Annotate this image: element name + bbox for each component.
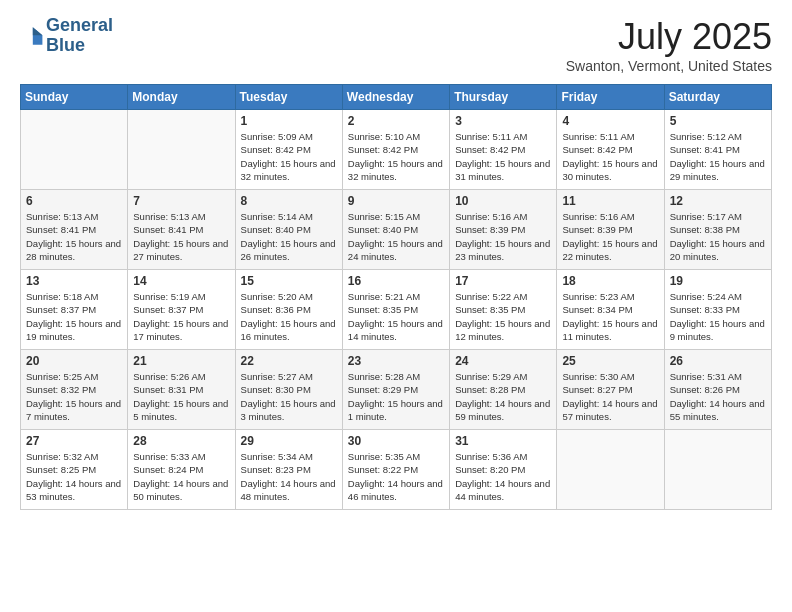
day-of-week-header: Sunday — [21, 85, 128, 110]
day-detail: Sunrise: 5:18 AMSunset: 8:37 PMDaylight:… — [26, 290, 122, 343]
calendar-cell: 31Sunrise: 5:36 AMSunset: 8:20 PMDayligh… — [450, 430, 557, 510]
calendar-cell: 3Sunrise: 5:11 AMSunset: 8:42 PMDaylight… — [450, 110, 557, 190]
calendar-cell: 30Sunrise: 5:35 AMSunset: 8:22 PMDayligh… — [342, 430, 449, 510]
day-number: 24 — [455, 354, 551, 368]
day-detail: Sunrise: 5:10 AMSunset: 8:42 PMDaylight:… — [348, 130, 444, 183]
day-detail: Sunrise: 5:21 AMSunset: 8:35 PMDaylight:… — [348, 290, 444, 343]
calendar-cell: 18Sunrise: 5:23 AMSunset: 8:34 PMDayligh… — [557, 270, 664, 350]
day-of-week-header: Thursday — [450, 85, 557, 110]
day-number: 9 — [348, 194, 444, 208]
day-detail: Sunrise: 5:34 AMSunset: 8:23 PMDaylight:… — [241, 450, 337, 503]
day-detail: Sunrise: 5:17 AMSunset: 8:38 PMDaylight:… — [670, 210, 766, 263]
location: Swanton, Vermont, United States — [566, 58, 772, 74]
calendar-header-row: SundayMondayTuesdayWednesdayThursdayFrid… — [21, 85, 772, 110]
page-header: General Blue July 2025 Swanton, Vermont,… — [20, 16, 772, 74]
calendar-cell: 26Sunrise: 5:31 AMSunset: 8:26 PMDayligh… — [664, 350, 771, 430]
day-number: 4 — [562, 114, 658, 128]
calendar-cell: 29Sunrise: 5:34 AMSunset: 8:23 PMDayligh… — [235, 430, 342, 510]
calendar-cell: 14Sunrise: 5:19 AMSunset: 8:37 PMDayligh… — [128, 270, 235, 350]
logo-icon — [20, 24, 44, 48]
logo: General Blue — [20, 16, 113, 56]
day-detail: Sunrise: 5:13 AMSunset: 8:41 PMDaylight:… — [133, 210, 229, 263]
day-number: 1 — [241, 114, 337, 128]
day-detail: Sunrise: 5:36 AMSunset: 8:20 PMDaylight:… — [455, 450, 551, 503]
day-detail: Sunrise: 5:11 AMSunset: 8:42 PMDaylight:… — [562, 130, 658, 183]
day-of-week-header: Monday — [128, 85, 235, 110]
calendar-cell: 8Sunrise: 5:14 AMSunset: 8:40 PMDaylight… — [235, 190, 342, 270]
day-number: 15 — [241, 274, 337, 288]
day-detail: Sunrise: 5:28 AMSunset: 8:29 PMDaylight:… — [348, 370, 444, 423]
day-number: 17 — [455, 274, 551, 288]
title-block: July 2025 Swanton, Vermont, United State… — [566, 16, 772, 74]
calendar-cell: 17Sunrise: 5:22 AMSunset: 8:35 PMDayligh… — [450, 270, 557, 350]
day-detail: Sunrise: 5:33 AMSunset: 8:24 PMDaylight:… — [133, 450, 229, 503]
day-of-week-header: Tuesday — [235, 85, 342, 110]
calendar-cell: 20Sunrise: 5:25 AMSunset: 8:32 PMDayligh… — [21, 350, 128, 430]
calendar-week-row: 6Sunrise: 5:13 AMSunset: 8:41 PMDaylight… — [21, 190, 772, 270]
day-number: 30 — [348, 434, 444, 448]
calendar-cell: 25Sunrise: 5:30 AMSunset: 8:27 PMDayligh… — [557, 350, 664, 430]
svg-marker-1 — [33, 27, 43, 35]
day-detail: Sunrise: 5:13 AMSunset: 8:41 PMDaylight:… — [26, 210, 122, 263]
day-number: 8 — [241, 194, 337, 208]
calendar-cell: 2Sunrise: 5:10 AMSunset: 8:42 PMDaylight… — [342, 110, 449, 190]
calendar-cell — [664, 430, 771, 510]
day-detail: Sunrise: 5:09 AMSunset: 8:42 PMDaylight:… — [241, 130, 337, 183]
day-number: 2 — [348, 114, 444, 128]
logo-line1: General — [46, 16, 113, 36]
calendar-cell: 27Sunrise: 5:32 AMSunset: 8:25 PMDayligh… — [21, 430, 128, 510]
day-detail: Sunrise: 5:30 AMSunset: 8:27 PMDaylight:… — [562, 370, 658, 423]
day-detail: Sunrise: 5:20 AMSunset: 8:36 PMDaylight:… — [241, 290, 337, 343]
calendar-cell: 12Sunrise: 5:17 AMSunset: 8:38 PMDayligh… — [664, 190, 771, 270]
day-number: 14 — [133, 274, 229, 288]
day-number: 5 — [670, 114, 766, 128]
day-number: 26 — [670, 354, 766, 368]
day-detail: Sunrise: 5:26 AMSunset: 8:31 PMDaylight:… — [133, 370, 229, 423]
calendar-table: SundayMondayTuesdayWednesdayThursdayFrid… — [20, 84, 772, 510]
calendar-cell: 22Sunrise: 5:27 AMSunset: 8:30 PMDayligh… — [235, 350, 342, 430]
calendar-cell: 6Sunrise: 5:13 AMSunset: 8:41 PMDaylight… — [21, 190, 128, 270]
day-of-week-header: Saturday — [664, 85, 771, 110]
calendar-week-row: 1Sunrise: 5:09 AMSunset: 8:42 PMDaylight… — [21, 110, 772, 190]
day-number: 23 — [348, 354, 444, 368]
day-detail: Sunrise: 5:24 AMSunset: 8:33 PMDaylight:… — [670, 290, 766, 343]
calendar-cell — [557, 430, 664, 510]
day-of-week-header: Friday — [557, 85, 664, 110]
day-of-week-header: Wednesday — [342, 85, 449, 110]
day-number: 27 — [26, 434, 122, 448]
calendar-cell: 11Sunrise: 5:16 AMSunset: 8:39 PMDayligh… — [557, 190, 664, 270]
calendar-week-row: 20Sunrise: 5:25 AMSunset: 8:32 PMDayligh… — [21, 350, 772, 430]
day-detail: Sunrise: 5:23 AMSunset: 8:34 PMDaylight:… — [562, 290, 658, 343]
day-detail: Sunrise: 5:19 AMSunset: 8:37 PMDaylight:… — [133, 290, 229, 343]
day-number: 29 — [241, 434, 337, 448]
day-number: 28 — [133, 434, 229, 448]
day-detail: Sunrise: 5:35 AMSunset: 8:22 PMDaylight:… — [348, 450, 444, 503]
day-number: 18 — [562, 274, 658, 288]
day-number: 20 — [26, 354, 122, 368]
day-number: 13 — [26, 274, 122, 288]
day-detail: Sunrise: 5:32 AMSunset: 8:25 PMDaylight:… — [26, 450, 122, 503]
calendar-cell: 21Sunrise: 5:26 AMSunset: 8:31 PMDayligh… — [128, 350, 235, 430]
calendar-week-row: 13Sunrise: 5:18 AMSunset: 8:37 PMDayligh… — [21, 270, 772, 350]
day-detail: Sunrise: 5:31 AMSunset: 8:26 PMDaylight:… — [670, 370, 766, 423]
day-number: 3 — [455, 114, 551, 128]
calendar-cell: 1Sunrise: 5:09 AMSunset: 8:42 PMDaylight… — [235, 110, 342, 190]
month-title: July 2025 — [566, 16, 772, 58]
calendar-cell: 10Sunrise: 5:16 AMSunset: 8:39 PMDayligh… — [450, 190, 557, 270]
calendar-cell: 28Sunrise: 5:33 AMSunset: 8:24 PMDayligh… — [128, 430, 235, 510]
calendar-cell: 24Sunrise: 5:29 AMSunset: 8:28 PMDayligh… — [450, 350, 557, 430]
day-detail: Sunrise: 5:27 AMSunset: 8:30 PMDaylight:… — [241, 370, 337, 423]
day-detail: Sunrise: 5:16 AMSunset: 8:39 PMDaylight:… — [562, 210, 658, 263]
day-detail: Sunrise: 5:12 AMSunset: 8:41 PMDaylight:… — [670, 130, 766, 183]
calendar-cell: 16Sunrise: 5:21 AMSunset: 8:35 PMDayligh… — [342, 270, 449, 350]
day-number: 19 — [670, 274, 766, 288]
day-detail: Sunrise: 5:29 AMSunset: 8:28 PMDaylight:… — [455, 370, 551, 423]
day-detail: Sunrise: 5:15 AMSunset: 8:40 PMDaylight:… — [348, 210, 444, 263]
day-detail: Sunrise: 5:11 AMSunset: 8:42 PMDaylight:… — [455, 130, 551, 183]
day-detail: Sunrise: 5:25 AMSunset: 8:32 PMDaylight:… — [26, 370, 122, 423]
day-detail: Sunrise: 5:22 AMSunset: 8:35 PMDaylight:… — [455, 290, 551, 343]
calendar-cell — [21, 110, 128, 190]
day-number: 31 — [455, 434, 551, 448]
logo-line2: Blue — [46, 36, 113, 56]
day-number: 10 — [455, 194, 551, 208]
